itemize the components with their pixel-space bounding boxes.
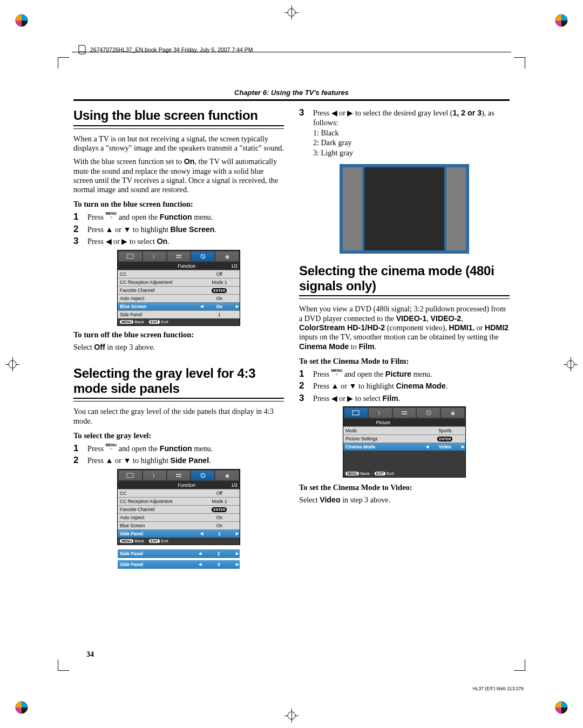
gray-level-sample-image: [340, 164, 469, 254]
menu-row: Auto AspectOn: [118, 513, 240, 521]
svg-rect-4: [127, 254, 133, 258]
step-number: 1: [73, 444, 81, 453]
step-text: Press MENU○ and open the Function menu.: [87, 212, 213, 222]
menu-footer: MENUBack EXITExit: [118, 318, 240, 325]
registration-mark-right: [564, 357, 578, 371]
step-text: Press ▲ or ▼ to highlight Blue Screen.: [87, 224, 216, 234]
menu-category-label: Picture: [343, 419, 423, 426]
row-label: Side Panel: [118, 549, 198, 558]
menu-row-selected: Side Panel◀1▶: [118, 529, 240, 538]
row-label: CC Reception Adjustment: [118, 278, 199, 286]
footer-exit-label: Exit: [161, 319, 168, 324]
menu-row: Auto AspectOn: [118, 294, 240, 302]
row-value-text: 3: [218, 562, 220, 567]
label-hdmi2: HDMI2: [485, 323, 509, 332]
text: Press ▲ or ▼ to highlight: [87, 456, 170, 465]
step-number: 2: [73, 224, 81, 234]
row-value: ENTER: [199, 287, 240, 294]
main-panel: [364, 167, 444, 250]
row-value: ENTER: [199, 506, 240, 513]
row-value: ◀3▶: [198, 560, 240, 569]
row-value: 1: [199, 311, 240, 318]
text: , or: [473, 323, 485, 332]
blue-screen-intro-2: With the blue screen function set to On,…: [73, 157, 284, 194]
tab-function-icon: [417, 408, 440, 418]
page-number: 34: [86, 650, 94, 659]
row-value: ◀2▶: [198, 549, 240, 558]
page: 267470726HL37_EN.book Page 34 Friday, Ju…: [0, 0, 583, 728]
menu-tabs: [343, 407, 465, 419]
row-label: Mode: [343, 427, 425, 434]
arrow-left-icon: ◀: [426, 445, 429, 449]
menu-category-label: Function: [118, 481, 198, 489]
text: menu.: [192, 213, 213, 221]
label-function: Function: [160, 213, 192, 221]
arrow-left-icon: ◀: [200, 532, 203, 536]
color-target-bl: [15, 701, 28, 714]
section-title-gray-level: Selecting the gray level for 4:3 mode si…: [73, 366, 284, 396]
menu-category-label: Function: [118, 262, 198, 270]
step-number: 1: [73, 212, 81, 221]
steps-cinema-film: 1 Press MENU○ and open the Picture menu.…: [299, 369, 510, 403]
crop-mark-bl: [58, 659, 69, 671]
menu-page-indicator: 1/2: [198, 262, 240, 270]
menu-key-pill: MENU: [120, 539, 133, 543]
text: Press: [313, 370, 331, 378]
crop-mark-br: [514, 659, 525, 671]
row-value: On: [199, 295, 240, 302]
label-film: Film: [358, 342, 374, 351]
arrow-left-icon: ◀: [199, 552, 201, 556]
row-label: Side Panel: [118, 311, 199, 318]
text: Press ▲ or ▼ to highlight: [87, 225, 170, 234]
tab-audio-icon: [369, 408, 392, 418]
step-text: Press ◀ or ▶ to select the desired gray …: [313, 108, 510, 158]
label-side-panel: Side Panel: [170, 456, 209, 465]
text: Press: [87, 213, 106, 221]
enter-pill: ENTER: [212, 507, 227, 512]
row-label: Picture Settings: [343, 435, 425, 443]
footer-exit-label: Exit: [387, 471, 394, 476]
row-label: Blue Screen: [118, 303, 199, 310]
menu-page-indicator: [423, 419, 465, 426]
step-number: 3: [299, 108, 307, 117]
side-panel-right: [446, 167, 466, 250]
svg-rect-10: [176, 474, 181, 475]
chapter-header: Chapter 6: Using the TV's features: [73, 89, 510, 97]
text: Press ◀ or ▶ to select the desired gray …: [313, 108, 452, 117]
footer-back-label: Back: [134, 319, 144, 324]
subhead-select-gray: To select the gray level:: [73, 431, 284, 440]
svg-rect-6: [176, 257, 181, 258]
right-column: 3 Press ◀ or ▶ to select the desired gra…: [299, 108, 510, 569]
side-panel-left: [343, 167, 362, 250]
text: .: [398, 394, 401, 403]
menu-row: CC Reception AdjustmentMode 1: [118, 497, 240, 505]
tab-setup-icon: [167, 251, 191, 261]
row-value: ◀1▶: [199, 530, 240, 538]
menu-row: Favorite ChannelENTER: [118, 505, 240, 513]
gray-level-options: 1, 2 or 3: [452, 108, 482, 117]
chapter-rule: [73, 99, 510, 101]
text: Select: [73, 343, 94, 351]
menu-button-icon: MENU○: [106, 443, 117, 451]
step-text: Press MENU○ and open the Function menu.: [87, 444, 213, 453]
cinema-video-text: Select Video in step 3 above.: [299, 495, 510, 505]
arrow-right-icon: ▶: [236, 532, 239, 536]
text: to: [349, 342, 358, 351]
text: and open the: [342, 370, 385, 378]
steps-gray-level-select: 3 Press ◀ or ▶ to select the desired gra…: [299, 108, 510, 158]
color-target-tr: [555, 14, 568, 27]
text: Press ◀ or ▶ to select: [87, 237, 157, 246]
exit-key-pill: EXIT: [149, 539, 160, 543]
registration-mark-bottom: [284, 709, 299, 723]
text: ,: [426, 314, 430, 323]
cinema-intro: When you view a DVD (480i signal; 3:2 pu…: [299, 304, 510, 351]
row-label: Favorite Channel: [118, 506, 199, 513]
menu-picture-cinema-mode: Picture ModeSports Picture SettingsENTER…: [343, 406, 466, 478]
registration-mark-top: [284, 5, 299, 19]
row-label: Auto Aspect: [118, 514, 199, 521]
text: Press: [87, 444, 106, 453]
menu-row-selected: Blue Screen◀On▶: [118, 302, 240, 310]
text: With the blue screen function set to: [73, 157, 184, 166]
label-film: Film: [382, 394, 398, 403]
menu-tabs: [118, 470, 240, 481]
